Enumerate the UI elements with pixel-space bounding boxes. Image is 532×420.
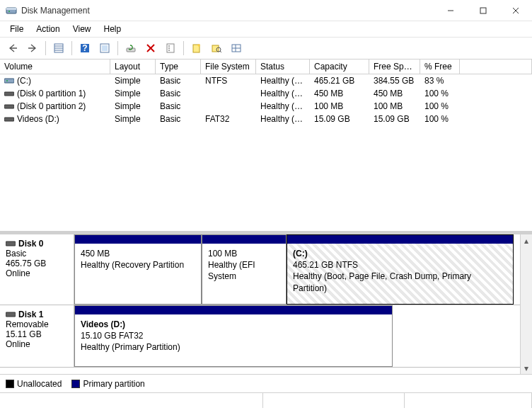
view-button[interactable] — [228, 40, 245, 57]
scroll-up-icon[interactable]: ▴ — [521, 234, 532, 246]
disk-info[interactable]: Disk 1Removable15.11 GBOnline — [0, 305, 74, 367]
cell-layout: Simple — [110, 113, 156, 125]
toolbar-separator — [71, 41, 72, 55]
svg-rect-31 — [4, 92, 14, 96]
cell-type: Basic — [156, 88, 201, 99]
disk-name: Disk 0 — [18, 239, 43, 249]
svg-rect-14 — [102, 45, 108, 51]
partition[interactable]: (C:)465.21 GB NTFSHealthy (Boot, Page Fi… — [287, 234, 514, 305]
col-volume[interactable]: Volume — [0, 59, 110, 74]
table-row[interactable]: Videos (D:)SimpleBasicFAT32Healthy (P...… — [0, 113, 532, 125]
svg-rect-23 — [212, 45, 219, 52]
svg-line-25 — [220, 51, 221, 52]
col-spare[interactable] — [460, 59, 532, 74]
minimize-button[interactable] — [434, 0, 467, 21]
partition[interactable]: 100 MBHealthy (EFI System — [202, 234, 287, 305]
cell-status: Healthy (E... — [256, 101, 310, 112]
disk-size: 465.75 GB — [6, 259, 68, 268]
cell-capacity: 15.09 GB — [310, 113, 369, 125]
status-pane-2 — [263, 393, 405, 408]
disk-info[interactable]: Disk 0Basic465.75 GBOnline — [0, 234, 74, 305]
col-capacity[interactable]: Capacity — [310, 59, 369, 74]
find-button[interactable] — [208, 40, 225, 57]
cell-layout: Simple — [110, 88, 156, 99]
toolbar-separator — [183, 41, 184, 55]
forward-button[interactable] — [24, 40, 41, 57]
col-filesystem[interactable]: File System — [201, 59, 256, 74]
disk-row: Disk 0Basic465.75 GBOnline450 MBHealthy … — [0, 234, 520, 305]
col-pct[interactable]: % Free — [420, 59, 460, 74]
col-status[interactable]: Status — [256, 59, 310, 74]
cell-pct: 100 % — [420, 113, 460, 125]
disk-state: Online — [6, 339, 68, 349]
titlebar: Disk Management — [0, 0, 532, 21]
cell-status: Healthy (P... — [256, 113, 310, 125]
svg-rect-35 — [6, 312, 16, 317]
cell-capacity: 100 MB — [310, 101, 369, 112]
disk-state: Online — [6, 268, 68, 278]
menu-view[interactable]: View — [67, 23, 97, 35]
legend-unallocated: Unallocated — [6, 379, 62, 389]
table-row[interactable]: (Disk 0 partition 2)SimpleBasicHealthy (… — [0, 100, 532, 113]
volume-list[interactable]: Volume Layout Type File System Status Ca… — [0, 59, 532, 231]
status-pane-1 — [0, 393, 263, 408]
back-button[interactable] — [4, 40, 21, 57]
partition-status: Healthy (Primary Partition) — [81, 341, 386, 353]
svg-text:?: ? — [82, 43, 87, 53]
maximize-button[interactable] — [467, 0, 499, 21]
help-button[interactable]: ? — [76, 40, 93, 57]
vertical-scrollbar[interactable]: ▴ ▾ — [520, 234, 532, 374]
cell-pct: 100 % — [420, 101, 460, 112]
cell-layout: Simple — [110, 75, 156, 86]
table-row[interactable]: (Disk 0 partition 1)SimpleBasicHealthy (… — [0, 87, 532, 100]
settings-button[interactable] — [96, 40, 113, 57]
disk-parts: Videos (D:)15.10 GB FAT32Healthy (Primar… — [74, 305, 520, 367]
cell-type: Basic — [156, 113, 201, 125]
volume-header-row: Volume Layout Type File System Status Ca… — [0, 59, 532, 74]
disk-name: Disk 1 — [18, 310, 43, 319]
partition[interactable]: Videos (D:)15.10 GB FAT32Healthy (Primar… — [74, 305, 393, 367]
refresh-button[interactable] — [122, 40, 139, 57]
partition-header — [287, 235, 513, 244]
col-layout[interactable]: Layout — [110, 59, 156, 74]
svg-point-30 — [6, 80, 8, 81]
cell-fs: NTFS — [201, 75, 256, 86]
partition-header — [202, 235, 286, 244]
col-type[interactable]: Type — [156, 59, 201, 74]
cell-pct: 83 % — [420, 75, 460, 86]
partition-size: 100 MB — [208, 248, 280, 259]
delete-button[interactable] — [142, 40, 159, 57]
partition-status: Healthy (Boot, Page File, Crash Dump, Pr… — [293, 271, 507, 293]
close-button[interactable] — [499, 0, 532, 21]
partition-size: 15.10 GB FAT32 — [81, 330, 386, 341]
volume-icon — [4, 76, 14, 85]
scroll-down-icon[interactable]: ▾ — [521, 362, 532, 374]
partition-header — [75, 235, 201, 244]
svg-rect-33 — [4, 118, 14, 121]
partition-size: 465.21 GB NTFS — [293, 259, 507, 271]
menu-file[interactable]: File — [4, 23, 29, 35]
new-button[interactable] — [188, 40, 205, 57]
menubar: File Action View Help — [0, 21, 532, 37]
menu-help[interactable]: Help — [98, 23, 127, 35]
legend: Unallocated Primary partition — [0, 374, 532, 392]
disk-size: 15.11 GB — [6, 329, 68, 339]
disk-icon — [6, 310, 16, 319]
cell-free: 384.55 GB — [369, 75, 420, 86]
cell-fs — [201, 93, 256, 94]
table-row[interactable]: (C:)SimpleBasicNTFSHealthy (B...465.21 G… — [0, 74, 532, 87]
menu-action[interactable]: Action — [30, 23, 65, 35]
disk-parts: 450 MBHealthy (Recovery Partition100 MBH… — [74, 234, 520, 305]
svg-point-20 — [168, 47, 170, 49]
swatch-navy-icon — [71, 380, 80, 388]
volume-icon — [4, 102, 14, 110]
cell-type: Basic — [156, 101, 201, 112]
properties-button[interactable] — [162, 40, 179, 57]
partition[interactable]: 450 MBHealthy (Recovery Partition — [74, 234, 202, 305]
svg-rect-4 — [480, 8, 486, 13]
svg-point-21 — [168, 50, 170, 51]
show-hide-tree-button[interactable] — [50, 40, 67, 57]
cell-pct: 100 % — [420, 88, 460, 99]
col-free[interactable]: Free Spa... — [369, 59, 420, 74]
disk-graphic-pane[interactable]: Disk 0Basic465.75 GBOnline450 MBHealthy … — [0, 234, 532, 374]
